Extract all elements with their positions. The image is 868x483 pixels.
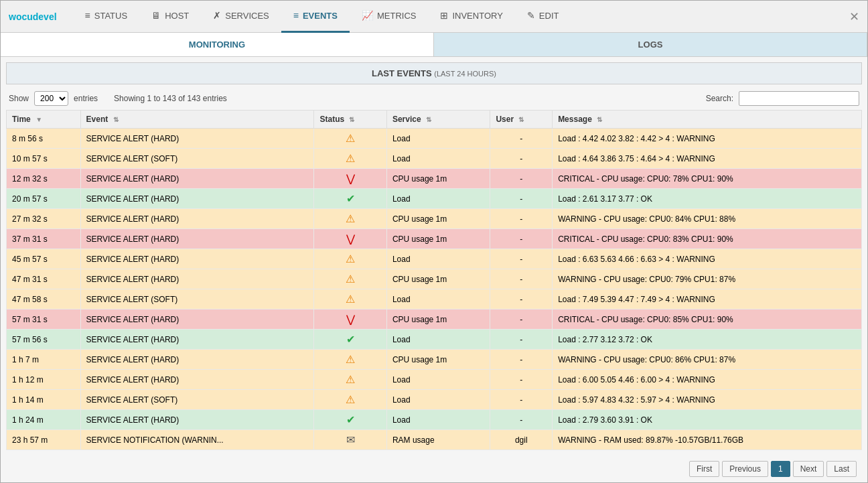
cell-message: Load : 2.79 3.60 3.91 : OK — [553, 410, 862, 430]
status-nav-icon: ≡ — [85, 10, 90, 21]
cell-message: Load : 4.42 4.02 3.82 : 4.42 > 4 : WARNI… — [553, 129, 862, 149]
warning-icon: ⚠ — [346, 374, 355, 385]
services-nav-label: SERVICES — [225, 11, 269, 21]
last-button[interactable]: Last — [826, 461, 857, 477]
first-button[interactable]: First — [689, 461, 719, 477]
cell-status: ✔ — [314, 410, 386, 430]
cell-time: 45 m 57 s — [7, 249, 81, 269]
controls-bar: Show 200 50 100 entries Showing 1 to 143… — [1, 87, 867, 110]
col-status: Status ⇅ — [314, 111, 386, 129]
cell-user: - — [490, 129, 553, 149]
cell-message: WARNING - CPU usage: CPU0: 79% CPU1: 87% — [553, 269, 862, 289]
cell-status: ⚠ — [314, 209, 386, 229]
table-row: 23 h 57 m SERVICE NOTIFICATION (WARNIN..… — [7, 430, 862, 450]
nav-item-inventory[interactable]: ⊞INVENTORY — [428, 1, 514, 33]
next-button[interactable]: Next — [793, 461, 824, 477]
cell-time: 10 m 57 s — [7, 149, 81, 169]
cell-service: CPU usage 1m — [386, 209, 490, 229]
cell-status: ⚠ — [314, 370, 386, 390]
cell-service: Load — [386, 189, 490, 209]
host-nav-icon: 🖥 — [151, 10, 161, 21]
cell-user: - — [490, 410, 553, 430]
host-nav-label: HOST — [165, 11, 189, 21]
cell-event: SERVICE ALERT (HARD) — [80, 269, 314, 289]
cell-service: Load — [386, 370, 490, 390]
nav-item-host[interactable]: 🖥HOST — [139, 1, 201, 33]
cell-user: dgil — [490, 430, 553, 450]
cell-service: CPU usage 1m — [386, 350, 490, 370]
entries-select[interactable]: 200 50 100 — [34, 91, 68, 106]
col-event: Event ⇅ — [80, 111, 314, 129]
nav-item-metrics[interactable]: 📈METRICS — [350, 1, 429, 33]
current-page-button[interactable]: 1 — [771, 461, 790, 477]
cell-status: ✔ — [314, 330, 386, 350]
cell-user: - — [490, 149, 553, 169]
table-row: 57 m 56 s SERVICE ALERT (HARD) ✔ Load - … — [7, 330, 862, 350]
critical-icon: ⋁ — [346, 173, 355, 184]
cell-user: - — [490, 169, 553, 189]
edit-nav-label: EDIT — [539, 11, 559, 21]
cell-status: ⋁ — [314, 309, 386, 330]
cell-user: - — [490, 269, 553, 289]
cell-event: SERVICE ALERT (HARD) — [80, 370, 314, 390]
cell-status: ⚠ — [314, 129, 386, 149]
table-row: 8 m 56 s SERVICE ALERT (HARD) ⚠ Load - L… — [7, 129, 862, 149]
cell-status: ⚠ — [314, 289, 386, 309]
cell-time: 47 m 58 s — [7, 289, 81, 309]
pagination: First Previous 1 Next Last — [1, 456, 867, 482]
warning-icon: ⚠ — [346, 213, 355, 224]
cell-user: - — [490, 370, 553, 390]
cell-event: SERVICE ALERT (HARD) — [80, 249, 314, 269]
nav-item-edit[interactable]: ✎EDIT — [515, 1, 571, 33]
cell-time: 12 m 32 s — [7, 169, 81, 189]
showing-text: Showing 1 to 143 of 143 entries — [114, 94, 227, 103]
logo[interactable]: wocudevel — [9, 11, 57, 22]
close-button[interactable]: ✕ — [849, 9, 859, 24]
tab-monitoring[interactable]: MONITORING — [1, 33, 434, 56]
cell-service: RAM usage — [386, 430, 490, 450]
search-input[interactable] — [739, 91, 859, 106]
table-row: 10 m 57 s SERVICE ALERT (SOFT) ⚠ Load - … — [7, 149, 862, 169]
titlebar: wocudevel ≡STATUS🖥HOST✗SERVICES≡EVENTS📈M… — [1, 1, 867, 33]
edit-nav-icon: ✎ — [527, 10, 535, 21]
cell-service: Load — [386, 330, 490, 350]
table-row: 1 h 24 m SERVICE ALERT (HARD) ✔ Load - L… — [7, 410, 862, 430]
events-nav-icon: ≡ — [293, 10, 299, 21]
cell-event: SERVICE ALERT (HARD) — [80, 350, 314, 370]
cell-service: Load — [386, 410, 490, 430]
table-body: 8 m 56 s SERVICE ALERT (HARD) ⚠ Load - L… — [7, 129, 862, 450]
cell-time: 1 h 7 m — [7, 350, 81, 370]
cell-message: Load : 2.61 3.17 3.77 : OK — [553, 189, 862, 209]
nav-item-events[interactable]: ≡EVENTS — [281, 1, 350, 33]
col-time: Time ▼ — [7, 111, 81, 129]
cell-user: - — [490, 350, 553, 370]
col-message: Message ⇅ — [553, 111, 862, 129]
cell-service: Load — [386, 149, 490, 169]
metrics-nav-icon: 📈 — [362, 10, 373, 21]
table-row: 12 m 32 s SERVICE ALERT (HARD) ⋁ CPU usa… — [7, 169, 862, 189]
cell-status: ⚠ — [314, 390, 386, 410]
cell-user: - — [490, 289, 553, 309]
cell-message: Load : 4.64 3.86 3.75 : 4.64 > 4 : WARNI… — [553, 149, 862, 169]
cell-user: - — [490, 330, 553, 350]
cell-message: Load : 2.77 3.12 3.72 : OK — [553, 330, 862, 350]
cell-service: Load — [386, 249, 490, 269]
cell-message: CRITICAL - CPU usage: CPU0: 85% CPU1: 90… — [553, 309, 862, 330]
cell-time: 57 m 56 s — [7, 330, 81, 350]
nav-item-services[interactable]: ✗SERVICES — [201, 1, 281, 33]
cell-status: ✉ — [314, 430, 386, 450]
nav-item-status[interactable]: ≡STATUS — [73, 1, 140, 33]
prev-button[interactable]: Previous — [722, 461, 768, 477]
cell-status: ⋁ — [314, 229, 386, 249]
cell-time: 1 h 24 m — [7, 410, 81, 430]
cell-message: WARNING - CPU usage: CPU0: 84% CPU1: 88% — [553, 209, 862, 229]
table-row: 57 m 31 s SERVICE ALERT (HARD) ⋁ CPU usa… — [7, 309, 862, 330]
table-row: 45 m 57 s SERVICE ALERT (HARD) ⚠ Load - … — [7, 249, 862, 269]
tab-logs[interactable]: LOGS — [434, 33, 867, 56]
table-row: 1 h 7 m SERVICE ALERT (HARD) ⚠ CPU usage… — [7, 350, 862, 370]
cell-time: 57 m 31 s — [7, 309, 81, 330]
table-row: 1 h 12 m SERVICE ALERT (HARD) ⚠ Load - L… — [7, 370, 862, 390]
cell-event: SERVICE ALERT (SOFT) — [80, 289, 314, 309]
status-nav-label: STATUS — [94, 11, 127, 21]
warning-icon: ⚠ — [346, 253, 355, 265]
